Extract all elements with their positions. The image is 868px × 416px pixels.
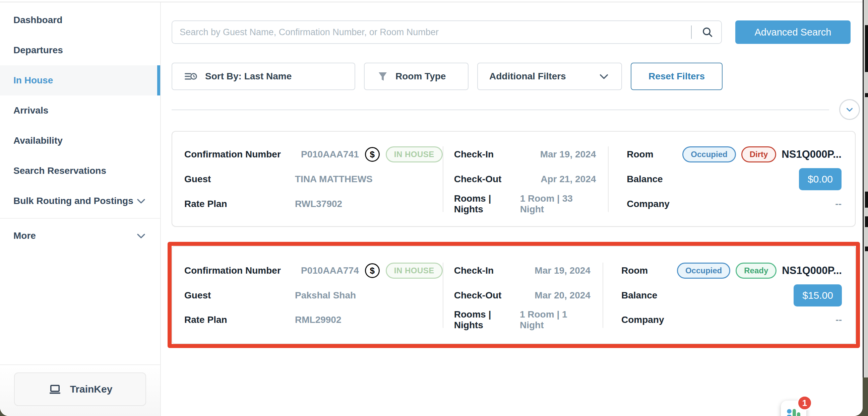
housekeeping-badge: Ready [736,263,776,279]
notification-badge: 1 [797,395,812,411]
guest-name: TINA MATTHEWS [295,174,373,185]
company-label: Company [627,199,670,209]
search-row: Advanced Search [172,21,850,44]
sort-clock-icon [184,69,198,84]
sidebar-item-in-house[interactable]: In House [0,65,160,95]
checkin-label: Check-In [454,149,494,160]
rate-plan-value: RML29902 [295,315,341,325]
card-room-column: Room Occupied Ready NS1Q000P... Balance … [602,260,855,330]
sidebar: Dashboard Departures In House Arrivals A… [0,2,161,416]
trainkey-button[interactable]: TrainKey [14,373,146,406]
confirmation-label: Confirmation Number [184,265,295,276]
sort-by-button[interactable]: Sort By: Last Name [172,63,355,90]
confirmation-number: P010AAA774 [301,265,359,276]
confirmation-label: Confirmation Number [184,149,295,160]
payment-dollar-icon: $ [365,263,380,278]
room-label: Room [621,265,672,276]
room-label: Room [627,149,677,160]
occupancy-badge: Occupied [682,147,736,162]
rooms-nights-label: Rooms | Nights [454,193,520,215]
card-guest-column: Confirmation Number P010AAA774 $ IN HOUS… [172,260,443,330]
rate-plan-value: RWL37902 [295,199,342,209]
search-box[interactable] [172,21,722,44]
advanced-search-button[interactable]: Advanced Search [735,21,850,44]
funnel-icon [377,70,389,83]
results-divider [172,109,829,110]
chevron-down-icon [598,70,610,83]
checkin-date: Mar 19, 2024 [534,265,590,276]
rate-plan-label: Rate Plan [184,199,295,209]
payment-dollar-icon: $ [365,147,380,162]
card-room-column: Room Occupied Dirty NS1Q000P... Balance … [608,144,855,215]
sidebar-item-bulk-routing[interactable]: Bulk Routing and Postings [0,186,160,216]
rooms-nights-value: 1 Room | 1 Night [520,309,590,330]
rate-plan-label: Rate Plan [184,315,295,325]
sidebar-item-departures[interactable]: Departures [0,35,160,65]
guest-label: Guest [184,290,295,301]
sidebar-footer: TrainKey [0,364,160,416]
status-badge: IN HOUSE [386,147,443,162]
chat-app-icon[interactable]: 1 [781,401,806,416]
search-input[interactable] [180,27,687,37]
room-type-filter-button[interactable]: Room Type [364,63,468,90]
balance-label: Balance [627,174,662,185]
sidebar-item-label: Search Reservations [13,165,106,176]
chevron-down-icon [135,195,147,207]
sidebar-item-dashboard[interactable]: Dashboard [0,5,160,35]
chevron-down-icon [844,104,855,115]
rooms-nights-value: 1 Room | 33 Night [520,193,596,215]
main-content: Advanced Search Sort By: Last Name [161,2,863,416]
occupancy-badge: Occupied [677,263,730,279]
search-divider [691,26,692,39]
balance-button[interactable]: $15.00 [794,284,842,307]
sidebar-item-label: Departures [13,45,63,56]
additional-filters-label: Additional Filters [489,71,566,82]
sidebar-item-label: In House [13,75,53,86]
reset-filters-button[interactable]: Reset Filters [631,63,722,90]
reservation-card-highlighted[interactable]: Confirmation Number P010AAA774 $ IN HOUS… [172,246,856,344]
card-dates-column: Check-In Mar 19, 2024 Check-Out Apr 21, … [443,144,608,215]
room-number: NS1Q000P... [782,265,842,277]
sidebar-item-label: Arrivals [13,105,48,116]
confirmation-number: P010AAA741 [301,149,359,160]
company-value: -- [836,315,842,325]
reset-filters-label: Reset Filters [649,71,705,82]
sidebar-item-label: Bulk Routing and Postings [13,196,133,206]
room-type-label: Room Type [396,71,446,82]
balance-button[interactable]: $0.00 [799,168,841,190]
highlight-outline: Confirmation Number P010AAA774 $ IN HOUS… [167,242,860,348]
laptop-icon [48,382,62,396]
reservation-card[interactable]: Confirmation Number P010AAA741 $ IN HOUS… [172,131,856,227]
sidebar-item-arrivals[interactable]: Arrivals [0,95,160,126]
sidebar-item-availability[interactable]: Availability [0,126,160,156]
trainkey-label: TrainKey [70,384,113,395]
checkin-label: Check-In [454,265,494,276]
checkout-date: Mar 20, 2024 [534,290,590,301]
sort-by-label: Sort By: Last Name [205,71,291,82]
sidebar-item-label: More [13,230,36,241]
company-label: Company [621,315,664,325]
app-window: Dashboard Departures In House Arrivals A… [0,0,863,416]
checkout-label: Check-Out [454,174,502,185]
sidebar-item-more[interactable]: More [0,221,160,251]
housekeeping-badge: Dirty [741,147,776,162]
guest-name: Pakshal Shah [295,290,356,301]
guest-label: Guest [184,174,295,185]
search-icon[interactable] [701,26,714,38]
checkin-date: Mar 19, 2024 [540,149,596,160]
sidebar-item-search-reservations[interactable]: Search Reservations [0,156,160,186]
card-guest-column: Confirmation Number P010AAA741 $ IN HOUS… [172,144,443,215]
rooms-nights-label: Rooms | Nights [454,309,520,330]
checkout-date: Apr 21, 2024 [540,174,596,185]
chevron-down-icon [135,230,147,242]
collapse-toggle[interactable] [839,99,860,120]
balance-label: Balance [621,290,657,301]
sidebar-divider [0,218,160,219]
additional-filters-dropdown[interactable]: Additional Filters [477,63,622,90]
checkout-label: Check-Out [454,290,502,301]
sidebar-item-label: Dashboard [13,15,62,26]
filter-row: Sort By: Last Name Room Type Additional … [172,63,722,90]
room-number: NS1Q000P... [781,149,841,160]
company-value: -- [835,199,841,209]
background-window-sliver [863,0,868,416]
